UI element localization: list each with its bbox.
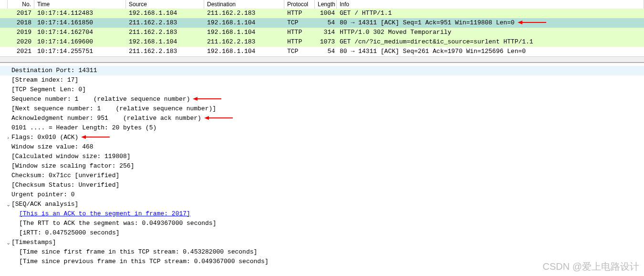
detail-text: 0101 .... = Header Length: 20 bytes (5) — [11, 123, 156, 133]
cell-proto: HTTP — [284, 28, 315, 37]
detail-line[interactable]: [iRTT: 0.047525000 seconds] — [0, 228, 644, 238]
cell-proto: TCP — [284, 18, 315, 28]
col-no[interactable]: No. — [8, 0, 34, 9]
detail-line[interactable]: [Window size scaling factor: 256] — [0, 161, 644, 171]
row-marker — [0, 37, 8, 47]
col-dest[interactable]: Destination — [204, 0, 284, 9]
horizontal-scrollbar[interactable] — [0, 56, 644, 62]
detail-line[interactable]: [Stream index: 17] — [0, 75, 644, 85]
cell-dst: 192.168.1.104 — [204, 28, 284, 37]
annotation-arrow-icon — [81, 135, 110, 139]
cell-time: 10:17:14.161850 — [34, 18, 126, 28]
cell-info: 80 → 14311 [ACK] Seq=261 Ack=1970 Win=12… — [337, 47, 644, 56]
detail-line[interactable]: [This is an ACK to the segment in frame:… — [0, 209, 644, 219]
detail-text: [Next sequence number: 1 (relative seque… — [11, 104, 216, 114]
packet-list: No. Time Source Destination Protocol Len… — [0, 0, 644, 63]
detail-line[interactable]: Checksum: 0x71cc [unverified] — [0, 171, 644, 180]
expand-closed-icon[interactable]: › — [5, 133, 11, 142]
detail-line[interactable]: [TCP Segment Len: 0] — [0, 85, 644, 95]
cell-dst: 211.162.2.183 — [204, 37, 284, 47]
detail-line[interactable]: [Time since first frame in this TCP stre… — [0, 247, 644, 257]
col-marker[interactable] — [0, 0, 8, 9]
col-time[interactable]: Time — [34, 0, 126, 9]
row-marker — [0, 28, 8, 37]
detail-line[interactable]: ›Flags: 0x010 (ACK) — [0, 133, 644, 142]
row-marker — [0, 9, 8, 18]
detail-text: Destination Port: 14311 — [11, 66, 97, 75]
cell-time: 10:17:14.255751 — [34, 47, 126, 56]
cell-proto: HTTP — [284, 9, 315, 18]
detail-text: [Checksum Status: Unverified] — [11, 180, 119, 190]
expand-open-icon[interactable]: ⌄ — [5, 200, 11, 209]
detail-line[interactable]: ⌄[Timestamps] — [0, 238, 644, 247]
detail-line[interactable]: Window size value: 468 — [0, 142, 644, 152]
detail-text: [SEQ/ACK analysis] — [11, 200, 78, 209]
svg-marker-1 — [518, 21, 522, 24]
detail-text: Flags: 0x010 (ACK) — [11, 133, 78, 142]
packet-details-pane: Destination Port: 14311[Stream index: 17… — [0, 63, 644, 266]
detail-text: Checksum: 0x71cc [unverified] — [11, 171, 119, 180]
cell-len: 1073 — [315, 37, 337, 47]
detail-line[interactable]: Urgent pointer: 0 — [0, 190, 644, 200]
cell-len: 1004 — [315, 9, 337, 18]
cell-no: 2020 — [8, 37, 34, 47]
detail-line[interactable]: 0101 .... = Header Length: 20 bytes (5) — [0, 123, 644, 133]
detail-line[interactable]: [Calculated window size: 119808] — [0, 152, 644, 161]
cell-no: 2021 — [8, 47, 34, 56]
detail-text: [Time since previous frame in this TCP s… — [19, 257, 269, 266]
detail-line[interactable]: [Next sequence number: 1 (relative seque… — [0, 104, 644, 114]
cell-dst: 192.168.1.104 — [204, 47, 284, 56]
detail-line[interactable]: ⌄[SEQ/ACK analysis] — [0, 200, 644, 209]
detail-line[interactable]: [Time since previous frame in this TCP s… — [0, 257, 644, 266]
svg-marker-3 — [193, 97, 197, 101]
cell-no: 2019 — [8, 28, 34, 37]
packet-row[interactable]: 202110:17:14.255751211.162.2.183192.168.… — [0, 47, 644, 56]
annotation-arrow-icon — [193, 96, 221, 101]
col-info[interactable]: Info — [337, 0, 644, 9]
detail-link[interactable]: [This is an ACK to the segment in frame:… — [19, 209, 190, 219]
detail-line[interactable]: Acknowledgment number: 951 (relative ack… — [0, 114, 644, 123]
detail-text: [iRTT: 0.047525000 seconds] — [19, 228, 120, 238]
detail-text: Acknowledgment number: 951 (relative ack… — [11, 114, 201, 123]
cell-dst: 192.168.1.104 — [204, 18, 284, 28]
cell-len: 314 — [315, 28, 337, 37]
col-length[interactable]: Length — [315, 0, 337, 9]
packet-row[interactable]: 201710:17:14.112483192.168.1.104211.162.… — [0, 9, 644, 18]
cell-info: GET / HTTP/1.1 — [337, 9, 644, 18]
detail-line[interactable]: Sequence number: 1 (relative sequence nu… — [0, 95, 644, 104]
cell-src: 211.162.2.183 — [126, 28, 204, 37]
cell-len: 54 — [315, 47, 337, 56]
detail-line[interactable]: [The RTT to ACK the segment was: 0.04936… — [0, 219, 644, 228]
expand-open-icon[interactable]: ⌄ — [5, 238, 11, 247]
detail-text: [The RTT to ACK the segment was: 0.04936… — [19, 219, 216, 228]
col-proto[interactable]: Protocol — [284, 0, 315, 9]
cell-no: 2017 — [8, 9, 34, 18]
annotation-arrow-icon — [204, 116, 233, 120]
detail-line[interactable]: [Checksum Status: Unverified] — [0, 180, 644, 190]
cell-info: GET /cn/?ic_medium=direct&ic_source=surl… — [337, 37, 644, 47]
packet-list-body: 201710:17:14.112483192.168.1.104211.162.… — [0, 9, 644, 56]
cell-src: 192.168.1.104 — [126, 37, 204, 47]
detail-line[interactable]: Destination Port: 14311 — [0, 66, 644, 75]
col-source[interactable]: Source — [126, 0, 204, 9]
detail-text: [Timestamps] — [11, 238, 56, 247]
svg-marker-5 — [204, 116, 209, 120]
packet-list-header: No. Time Source Destination Protocol Len… — [0, 0, 644, 9]
packet-row[interactable]: 201810:17:14.161850211.162.2.183192.168.… — [0, 18, 644, 28]
row-marker — [0, 18, 8, 28]
detail-text: Urgent pointer: 0 — [11, 190, 75, 200]
packet-row[interactable]: 201910:17:14.162704211.162.2.183192.168.… — [0, 28, 644, 37]
cell-dst: 211.162.2.183 — [204, 9, 284, 18]
cell-time: 10:17:14.169600 — [34, 37, 126, 47]
detail-text: [Time since first frame in this TCP stre… — [19, 247, 257, 257]
cell-info: HTTP/1.0 302 Moved Temporarily — [337, 28, 644, 37]
row-marker — [0, 47, 8, 56]
detail-text: Window size value: 468 — [11, 142, 93, 152]
svg-marker-7 — [81, 135, 86, 139]
cell-time: 10:17:14.162704 — [34, 28, 126, 37]
cell-time: 10:17:14.112483 — [34, 9, 126, 18]
detail-text: [Stream index: 17] — [11, 75, 78, 85]
cell-no: 2018 — [8, 18, 34, 28]
packet-row[interactable]: 202010:17:14.169600192.168.1.104211.162.… — [0, 37, 644, 47]
cell-len: 54 — [315, 18, 337, 28]
